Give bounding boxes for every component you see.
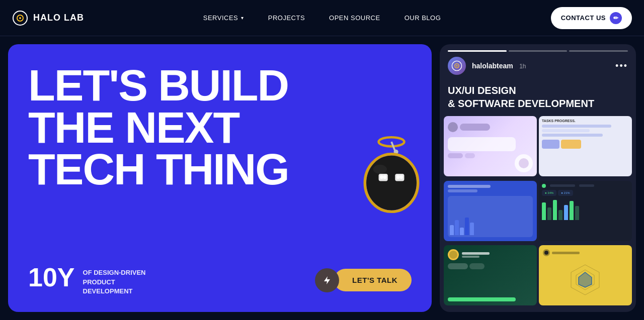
nav-services[interactable]: SERVICES ▾ xyxy=(203,14,244,22)
instagram-header: halolabteam 1h ••• xyxy=(440,52,636,80)
site-header: HALO LAB SERVICES ▾ PROJECTS OPEN SOURCE… xyxy=(0,0,644,36)
svg-marker-20 xyxy=(579,272,592,287)
more-options-icon[interactable]: ••• xyxy=(615,61,628,71)
main-content: LET'S BUILD THE NEXT TECH THING xyxy=(0,36,644,320)
grid-image-1 xyxy=(444,116,537,176)
grid-image-4: ● 34% ● 21% xyxy=(539,181,632,241)
nav-our-blog[interactable]: OUR BLOG xyxy=(405,14,441,22)
svg-rect-10 xyxy=(380,175,383,178)
svg-point-14 xyxy=(373,164,387,173)
instagram-caption: UX/UI DESIGN & SOFTWARE DEVELOPMENT xyxy=(440,80,636,116)
instagram-avatar xyxy=(448,57,466,75)
svg-rect-11 xyxy=(383,175,386,178)
grid-image-2: TASKS PROGRESS. xyxy=(539,116,632,176)
logo[interactable]: HALO LAB xyxy=(12,10,84,26)
stat-number: 10Y xyxy=(28,264,75,290)
svg-point-2 xyxy=(19,17,21,19)
nav-open-source[interactable]: OPEN SOURCE xyxy=(329,14,380,22)
lets-talk-button[interactable]: LET'S TALK xyxy=(334,269,412,291)
cta-group: LET'S TALK xyxy=(310,268,412,292)
caption-text: UX/UI DESIGN & SOFTWARE DEVELOPMENT xyxy=(448,84,628,110)
instagram-time: 1h xyxy=(519,63,526,70)
hero-footer: 10Y OF DESIGN-DRIVEN PRODUCT DEVELOPMENT… xyxy=(28,264,412,296)
contact-us-button[interactable]: CONTACT US ✏ xyxy=(551,7,632,29)
grid-image-3 xyxy=(444,181,537,241)
nav-projects[interactable]: PROJECTS xyxy=(268,14,305,22)
stats-block: 10Y OF DESIGN-DRIVEN PRODUCT DEVELOPMENT xyxy=(28,264,164,296)
main-nav: SERVICES ▾ PROJECTS OPEN SOURCE OUR BLOG xyxy=(203,14,441,22)
svg-point-6 xyxy=(366,155,417,210)
grid-image-5 xyxy=(444,245,537,305)
grid-image-6 xyxy=(539,245,632,305)
instagram-panel: halolabteam 1h ••• UX/UI DESIGN & SOFTWA… xyxy=(440,44,636,312)
story-progress-bar xyxy=(440,44,636,52)
svg-rect-12 xyxy=(396,175,399,178)
bolt-icon xyxy=(315,268,339,292)
chevron-down-icon: ▾ xyxy=(241,15,244,21)
hero-section: LET'S BUILD THE NEXT TECH THING xyxy=(8,44,432,312)
instagram-username: halolabteam xyxy=(472,62,513,70)
hero-title: LET'S BUILD THE NEXT TECH THING xyxy=(28,64,310,190)
robot-mascot xyxy=(341,128,432,229)
svg-point-17 xyxy=(456,65,458,67)
pencil-icon: ✏ xyxy=(610,12,622,24)
svg-rect-13 xyxy=(399,175,403,178)
stat-description: OF DESIGN-DRIVEN PRODUCT DEVELOPMENT xyxy=(83,268,164,296)
halo-lab-logo-icon xyxy=(12,10,28,26)
instagram-user-info: halolabteam 1h xyxy=(472,61,609,70)
logo-text: HALO LAB xyxy=(33,13,84,23)
images-grid: TASKS PROGRESS. xyxy=(440,116,636,312)
